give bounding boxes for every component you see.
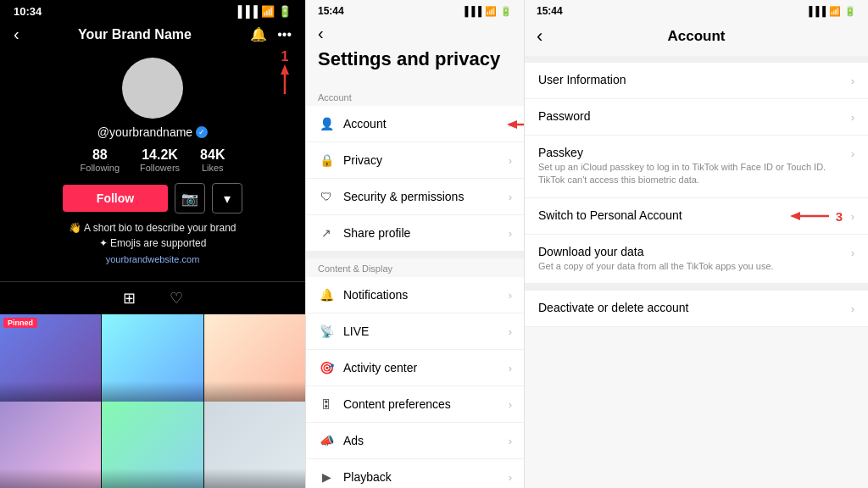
- instagram-button[interactable]: 📷: [175, 183, 205, 214]
- download-data-subtitle: Get a copy of your data from all the Tik…: [538, 260, 844, 273]
- signal-icon: ▐▐▐: [234, 5, 258, 18]
- live-label: LIVE: [343, 324, 509, 338]
- grid-cell-5[interactable]: ▶ 1234: [102, 402, 203, 488]
- switch-account-item[interactable]: Switch to Personal Account ›: [525, 198, 868, 235]
- more-options-button[interactable]: ▾: [212, 183, 242, 214]
- settings-account-item[interactable]: 👤 Account ›: [306, 106, 524, 142]
- account-panel: 15:44 ▐▐▐ 📶 🔋 ‹ Account User Information…: [524, 0, 868, 488]
- settings-content-pref-item[interactable]: 🎛 Content preferences ›: [306, 386, 524, 423]
- switch-chevron: ›: [851, 210, 854, 223]
- download-data-content: Download your data Get a copy of your da…: [538, 245, 844, 273]
- profile-time: 10:34: [14, 5, 42, 18]
- status-bar-settings: 15:44 ▐▐▐ 📶 🔋: [306, 0, 524, 20]
- account-wifi: 📶: [829, 6, 841, 17]
- deactivate-title: Deactivate or delete account: [538, 301, 844, 314]
- password-item[interactable]: Password ›: [525, 99, 868, 136]
- following-stat: 88 Following: [81, 147, 120, 173]
- profile-tabs: ⊞ ♡: [0, 281, 305, 314]
- passkey-title: Passkey: [538, 146, 844, 159]
- likes-label: Likes: [200, 163, 225, 173]
- likes-num: 84K: [200, 147, 225, 163]
- battery-icon: 🔋: [278, 5, 292, 18]
- switch-item-wrap: Switch to Personal Account › 3: [525, 198, 868, 235]
- share-label: Share profile: [343, 226, 509, 240]
- notifications-chevron: ›: [509, 289, 512, 302]
- settings-share-item[interactable]: ↗ Share profile ›: [306, 215, 524, 252]
- settings-privacy-item[interactable]: 🔒 Privacy ›: [306, 142, 524, 179]
- verified-badge: ✓: [196, 126, 208, 138]
- privacy-label: Privacy: [343, 153, 509, 167]
- more-icon[interactable]: •••: [277, 27, 292, 42]
- grid-cell-6[interactable]: ▶ 1234: [204, 402, 305, 488]
- settings-ads-item[interactable]: 📣 Ads ›: [306, 423, 524, 459]
- share-icon: ↗: [318, 225, 335, 241]
- deactivate-content: Deactivate or delete account: [538, 301, 844, 316]
- status-bar-account: 15:44 ▐▐▐ 📶 🔋: [525, 0, 868, 20]
- settings-notifications-item[interactable]: 🔔 Notifications ›: [306, 277, 524, 313]
- settings-title: Settings and privacy: [318, 48, 512, 70]
- website-link[interactable]: yourbrandwebsite.com: [106, 254, 200, 264]
- security-chevron: ›: [509, 191, 512, 203]
- account-back-button[interactable]: ‹: [537, 25, 542, 47]
- grid-cell-1[interactable]: Pinned ▶ 1234: [0, 314, 101, 415]
- settings-activity-item[interactable]: 🎯 Activity center ›: [306, 350, 524, 386]
- bell-icon[interactable]: 🔔: [250, 26, 267, 42]
- passkey-item[interactable]: Passkey Set up an iCloud passkey to log …: [525, 136, 868, 198]
- wifi-icon: 📶: [261, 5, 275, 18]
- profile-panel: 10:34 ▐▐▐ 📶 🔋 ‹ Your Brand Name 🔔 ••• @y…: [0, 0, 305, 488]
- profile-content: @yourbrandname ✓ 88 Following 14.2K Foll…: [0, 51, 305, 281]
- liked-tab[interactable]: ♡: [170, 289, 183, 308]
- content-pref-chevron: ›: [509, 398, 512, 411]
- header-icons: 🔔 •••: [250, 26, 292, 42]
- share-chevron: ›: [509, 227, 512, 240]
- grid-cell-4[interactable]: ▶ 1234: [0, 402, 101, 488]
- deactivate-item[interactable]: Deactivate or delete account ›: [525, 291, 868, 327]
- profile-nav: ‹ Your Brand Name 🔔 •••: [0, 21, 305, 51]
- account-item-wrap: 👤 Account › 2: [306, 106, 524, 142]
- grid-cell-3[interactable]: ▶ 1234: [204, 314, 305, 415]
- settings-playback-item[interactable]: ▶ Playback ›: [306, 459, 524, 488]
- back-button[interactable]: ‹: [14, 25, 19, 44]
- settings-back-button[interactable]: ‹: [306, 20, 524, 45]
- notifications-icon: 🔔: [318, 286, 335, 303]
- cell-gradient-4: [0, 469, 101, 488]
- likes-stat: 84K Likes: [200, 147, 225, 173]
- download-data-item[interactable]: Download your data Get a copy of your da…: [525, 235, 868, 284]
- download-data-chevron: ›: [851, 247, 854, 259]
- follow-button[interactable]: Follow: [63, 185, 168, 212]
- password-title: Password: [538, 109, 844, 123]
- password-content: Password: [538, 109, 844, 125]
- activity-label: Activity center: [343, 361, 509, 374]
- ads-label: Ads: [343, 434, 509, 447]
- cell-gradient-5: [102, 469, 203, 488]
- security-label: Security & permissions: [343, 190, 509, 203]
- settings-wifi: 📶: [485, 6, 497, 17]
- video-grid: Pinned ▶ 1234 ▶ 1234 ▶ 1234 ▶ 1234 ▶ 123…: [0, 314, 305, 488]
- passkey-chevron: ›: [851, 147, 854, 160]
- content-pref-icon: 🎛: [318, 396, 335, 413]
- settings-battery: 🔋: [500, 6, 512, 17]
- followers-stat: 14.2K Followers: [140, 147, 180, 173]
- account-chevron: ›: [509, 118, 512, 130]
- account-label: Account: [343, 117, 509, 130]
- cell-gradient-6: [204, 469, 305, 488]
- user-info-content: User Information: [538, 73, 844, 88]
- settings-security-item[interactable]: 🛡 Security & permissions ›: [306, 179, 524, 215]
- following-label: Following: [81, 163, 120, 173]
- content-section-label: Content & Display: [306, 258, 524, 277]
- security-icon: 🛡: [318, 188, 335, 205]
- account-status-icons: ▐▐▐ 📶 🔋: [806, 6, 856, 17]
- divider-1: [306, 252, 524, 258]
- grid-cell-2[interactable]: ▶ 1234: [102, 314, 203, 415]
- settings-status-icons: ▐▐▐ 📶 🔋: [462, 6, 512, 17]
- user-info-title: User Information: [538, 73, 844, 86]
- grid-tab[interactable]: ⊞: [123, 289, 136, 308]
- ads-icon: 📣: [318, 432, 335, 449]
- followers-label: Followers: [140, 163, 180, 173]
- settings-panel: 15:44 ▐▐▐ 📶 🔋 ‹ Settings and privacy Acc…: [305, 0, 524, 488]
- following-num: 88: [81, 147, 120, 163]
- user-info-item[interactable]: User Information ›: [525, 63, 868, 99]
- download-data-title: Download your data: [538, 245, 844, 258]
- playback-icon: ▶: [318, 469, 335, 485]
- settings-live-item[interactable]: 📡 LIVE ›: [306, 313, 524, 350]
